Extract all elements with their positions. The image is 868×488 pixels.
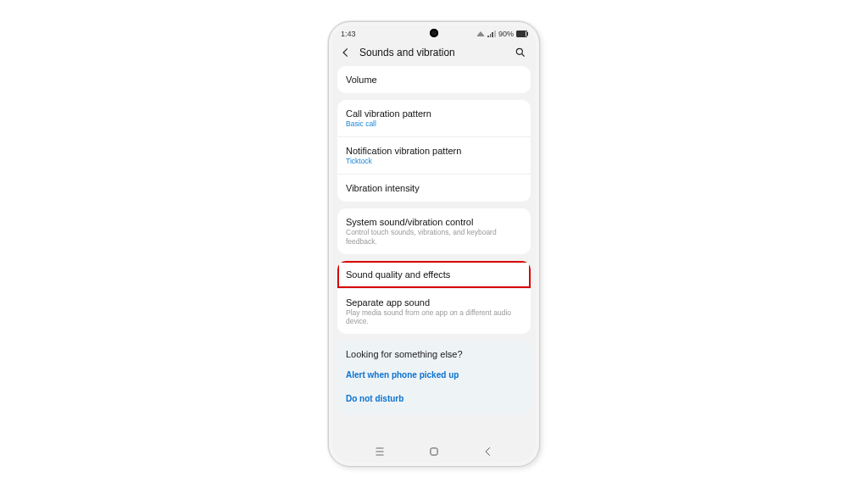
navigation-bar	[332, 441, 536, 463]
svg-line-1	[522, 54, 525, 57]
battery-percent: 90%	[498, 30, 514, 38]
status-time: 1:43	[341, 30, 356, 38]
nav-recents[interactable]	[372, 446, 387, 458]
phone-frame: 1:43 90% Sounds and vibration Volume	[328, 21, 540, 467]
row-sound-quality-and-effects[interactable]: Sound quality and effects	[337, 261, 531, 288]
row-label: Notification vibration pattern	[346, 146, 522, 156]
nav-home[interactable]	[426, 446, 442, 458]
front-camera	[430, 29, 438, 37]
row-separate-app-sound[interactable]: Separate app sound Play media sound from…	[337, 288, 531, 334]
wifi-icon	[476, 31, 485, 36]
group-volume: Volume	[337, 66, 531, 93]
nav-back[interactable]	[481, 446, 496, 458]
suggestion-link-alert[interactable]: Alert when phone picked up	[337, 363, 531, 386]
screen: 1:43 90% Sounds and vibration Volume	[332, 25, 536, 463]
row-subtitle: Play media sound from one app on a diffe…	[346, 308, 522, 325]
back-icon	[482, 446, 494, 458]
row-volume[interactable]: Volume	[337, 66, 531, 93]
row-label: Vibration intensity	[346, 183, 522, 193]
search-icon	[515, 47, 526, 58]
row-subtitle: Control touch sounds, vibrations, and ke…	[346, 228, 522, 245]
row-label: Separate app sound	[346, 297, 522, 308]
row-label: Sound quality and effects	[346, 269, 522, 280]
link-label: Alert when phone picked up	[346, 370, 459, 380]
svg-point-0	[516, 48, 522, 54]
group-sound-quality: Sound quality and effects Separate app s…	[337, 261, 531, 334]
volume-rocker	[539, 97, 540, 137]
group-suggestions: Looking for something else? Alert when p…	[337, 341, 531, 415]
row-value: Ticktock	[346, 157, 522, 165]
signal-icon	[487, 30, 496, 37]
settings-content[interactable]: Volume Call vibration pattern Basic call…	[332, 66, 536, 441]
row-call-vibration-pattern[interactable]: Call vibration pattern Basic call	[337, 100, 531, 136]
group-vibration: Call vibration pattern Basic call Notifi…	[337, 100, 531, 202]
back-button[interactable]	[339, 46, 353, 59]
search-button[interactable]	[514, 46, 527, 59]
row-notification-vibration-pattern[interactable]: Notification vibration pattern Ticktock	[337, 136, 531, 174]
row-label: System sound/vibration control	[346, 217, 522, 227]
home-icon	[428, 446, 440, 458]
row-label: Call vibration pattern	[346, 108, 522, 119]
row-value: Basic call	[346, 119, 522, 128]
recents-icon	[373, 446, 387, 457]
suggestions-heading-row: Looking for something else?	[337, 341, 531, 363]
svg-rect-5	[431, 448, 437, 455]
page-header: Sounds and vibration	[332, 42, 536, 66]
group-system-sound: System sound/vibration control Control t…	[337, 208, 531, 253]
chevron-left-icon	[340, 47, 352, 58]
battery-icon	[516, 30, 527, 37]
suggestion-link-dnd[interactable]: Do not disturb	[337, 386, 531, 415]
power-button-hw	[539, 147, 540, 171]
row-vibration-intensity[interactable]: Vibration intensity	[337, 174, 531, 202]
link-label: Do not disturb	[346, 394, 403, 403]
suggestions-heading: Looking for something else?	[346, 349, 522, 359]
row-label: Volume	[346, 75, 522, 85]
page-title: Sounds and vibration	[359, 47, 507, 58]
row-system-sound-control[interactable]: System sound/vibration control Control t…	[337, 208, 531, 253]
